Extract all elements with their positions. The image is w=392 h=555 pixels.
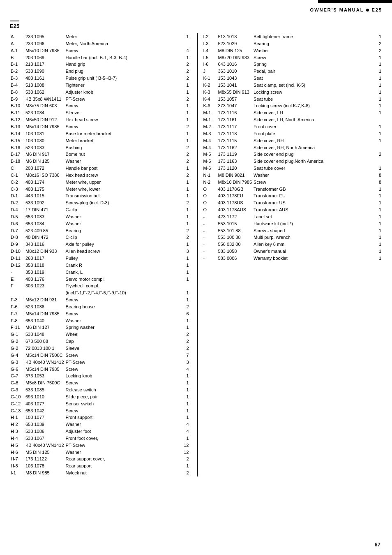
row-qty: 1 [375, 220, 382, 227]
row-id: C [10, 165, 25, 172]
row-id: D-10 [10, 248, 25, 255]
table-row: B-17M6 DIN 917Bome nut2 [10, 151, 190, 158]
row-num: 403 1178US [217, 199, 253, 206]
table-row: F-3M6x12 DIN 931Screw1 [10, 296, 190, 303]
row-num: 233 1096 [25, 40, 65, 47]
table-row: K-4153 1057Seat tube1 [203, 96, 383, 103]
row-id: C-3 [10, 186, 25, 193]
table-row: -556 032 00Allen key 6 mm1 [203, 241, 383, 248]
table-row: G-2673 500 88Cap2 [10, 338, 190, 345]
table-row: M-6173 1120Seat tube cover1 [203, 165, 383, 172]
table-row: M-2173 1117Front cover1 [203, 123, 383, 130]
row-desc: Warranty booklet [253, 255, 375, 262]
row-qty: 4 [182, 421, 190, 428]
table-row: B-18M6 DIN 125Washer2 [10, 158, 190, 165]
row-id: G-12 [10, 400, 25, 407]
row-id: F-11 [10, 324, 25, 331]
row-desc: Allen head screw [65, 248, 182, 255]
row-num: 513 1013 [217, 33, 253, 40]
row-qty: 1 [375, 96, 382, 103]
row-desc: Bearing [65, 227, 182, 234]
row-num: 153 1043 [217, 75, 253, 82]
row-id: F [10, 282, 25, 289]
row-id: D-7 [10, 227, 25, 234]
row-desc: Slide piece, pair [65, 393, 182, 400]
row-id: B-9 [10, 96, 25, 103]
row-qty: 1 [375, 241, 382, 248]
row-qty: 2 [182, 75, 190, 82]
columns-wrapper: A233 1095Meter1A233 1096Meter, North Ame… [10, 33, 382, 476]
table-row: F-8653 1040Washer1 [10, 317, 190, 324]
row-desc: Crank, L [65, 269, 182, 276]
table-row: B-8533 1062Adjuster knob1 [10, 89, 190, 96]
table-row: B-3403 1161Pulse grip unit ( B-5--B-7)2 [10, 75, 190, 82]
row-desc: Screw [65, 366, 182, 373]
row-num: 653 1033 [25, 213, 65, 220]
row-desc: Bome nut [65, 151, 182, 158]
row-desc: Owner's manual [253, 248, 375, 255]
row-id: H-5 [10, 442, 25, 449]
row-desc: Handle bar (incl. B-1, B-3, B-4) [65, 54, 182, 61]
row-id: K-4 [203, 96, 217, 103]
row-qty: 1 [182, 269, 190, 276]
row-qty: 8 [375, 172, 382, 179]
row-num: 263 1017 [25, 255, 65, 262]
row-desc: Locking knob [65, 372, 182, 379]
table-row: M-5173 1163Side cover end plug,North Ame… [203, 158, 383, 165]
row-qty: 1 [375, 213, 382, 220]
table-row: E403 1176Servo motor compl.1 [10, 276, 190, 283]
row-desc: Side cover, RH, North America [253, 144, 375, 151]
row-id: B-12 [10, 116, 25, 123]
row-num: 523 1033 [25, 144, 65, 151]
table-row: M-4173 1115Side cover, RH1 [203, 137, 383, 144]
row-num: M5x10 DIN 7985 [25, 47, 65, 54]
row-num: 443 1015 [25, 192, 65, 199]
table-row: F-11M6 DIN 127Spring washer1 [10, 324, 190, 331]
table-row: K-2153 1041Seat clamp, set (incl. K-5)1 [203, 82, 383, 89]
row-id: O [203, 192, 217, 199]
row-id: B-15 [10, 137, 25, 144]
row-num: 233 1095 [25, 33, 65, 40]
row-id: N-2 [203, 179, 217, 186]
table-row: B203 1069Handle bar (incl. B-1, B-3, B-4… [10, 54, 190, 61]
row-num: M6 DIN 917 [25, 151, 65, 158]
table-row: D-417 DIN 471C-clip1 [10, 206, 190, 213]
table-row: D-11263 1017Pulley1 [10, 255, 190, 262]
row-id: B-18 [10, 158, 25, 165]
row-id: G-10 [10, 393, 25, 400]
row-id: K-3 [203, 89, 217, 96]
row-id: - [203, 227, 217, 234]
table-row: -553 1015Hardware kit (incl *)1 [203, 220, 383, 227]
row-id: F-3 [10, 296, 25, 303]
row-desc: Belt tightener frame [253, 33, 375, 40]
table-row: G-10693 1010Slide piece, pair1 [10, 393, 190, 400]
row-desc: Transformer AUS [253, 206, 375, 213]
header-title: OWNER'S MANUAL [310, 7, 364, 12]
table-row: H-4533 1067Front foot cover,1 [10, 435, 190, 442]
row-qty: 1 [375, 227, 382, 234]
row-num: 103 1078 [25, 462, 65, 469]
table-row: B-12M6x50 DIN 912Hex head screw1 [10, 116, 190, 123]
col2-table: I-2513 1013Belt tightener frame1I-3523 1… [203, 33, 383, 262]
table-row: (incl.F-1,F-2,F-4,F-5,F-9,F-10)1 [10, 289, 190, 296]
row-qty: 1 [182, 276, 190, 283]
row-qty: 1 [375, 137, 382, 144]
row-qty: 2 [182, 199, 190, 206]
row-id: D-8 [10, 234, 25, 241]
row-qty: 2 [182, 68, 190, 75]
row-id: M-5 [203, 151, 217, 158]
row-num: 523 1036 [25, 303, 65, 310]
header-model: E25 [371, 7, 382, 12]
table-row: -353 1019Crank, L1 [10, 269, 190, 276]
row-qty: 1 [375, 255, 382, 262]
row-qty: 2 [182, 234, 190, 241]
row-id: H-2 [10, 421, 25, 428]
row-qty: 12 [182, 442, 190, 449]
row-id: K-1 [203, 75, 217, 82]
row-desc: Front cover [253, 123, 375, 130]
table-row: H-1103 1077Front support1 [10, 414, 190, 421]
row-id: B-17 [10, 151, 25, 158]
table-row: O403 1178USTransformer US1 [203, 199, 383, 206]
row-num: 403 1178GB [217, 186, 253, 193]
table-row: D-5653 1033Washer1 [10, 213, 190, 220]
